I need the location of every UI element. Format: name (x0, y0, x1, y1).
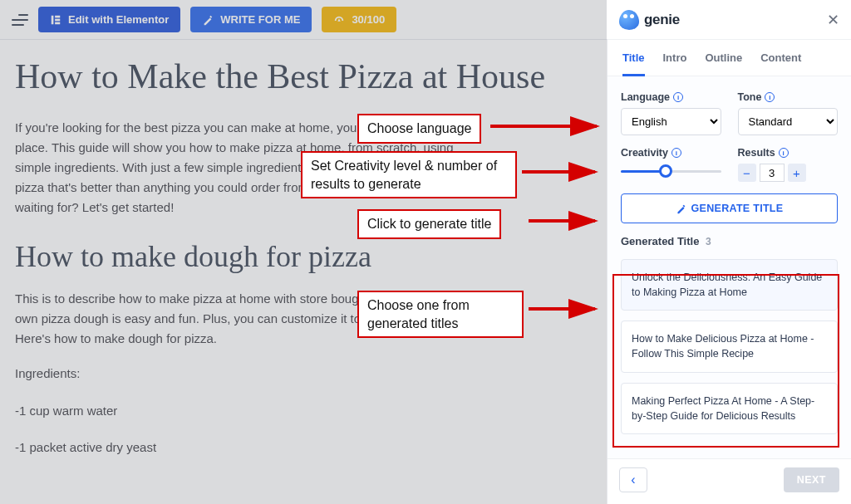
editor-area: How to Make the Best Pizza at House If y… (0, 40, 607, 504)
callout-generate: Click to generate title (357, 209, 501, 239)
info-icon[interactable]: i (765, 92, 775, 102)
results-decrement-button[interactable]: − (738, 164, 756, 182)
results-label: Results (738, 147, 775, 159)
gauge-icon (333, 14, 345, 26)
svg-rect-2 (55, 18, 60, 21)
back-button[interactable]: ‹ (619, 467, 647, 492)
elementor-icon (50, 14, 61, 26)
genie-panel: genie ✕ Title Intro Outline Content Lang… (607, 40, 851, 504)
paragraph[interactable]: -1 cup warm water (15, 399, 480, 423)
magic-wand-icon (202, 14, 214, 26)
svg-rect-0 (52, 15, 54, 24)
magic-wand-icon (676, 203, 686, 214)
menu-icon[interactable] (12, 14, 28, 26)
edit-elementor-label: Edit with Elementor (68, 13, 169, 26)
info-icon[interactable]: i (671, 148, 681, 158)
genie-logo-icon (619, 10, 639, 30)
tab-intro[interactable]: Intro (663, 51, 687, 76)
callout-creativity: Set Creativity level & number of results… (301, 151, 517, 198)
svg-rect-3 (55, 22, 60, 24)
subheading[interactable]: How to make dough for pizza (15, 239, 590, 274)
paragraph[interactable]: -1 packet active dry yeast (15, 436, 480, 460)
tab-title[interactable]: Title (622, 51, 645, 76)
creativity-label: Creativity (621, 147, 668, 159)
close-icon[interactable]: ✕ (827, 11, 839, 29)
generated-title-item[interactable]: Unlock the Deliciousness: An Easy Guide … (621, 259, 838, 311)
score-label: 30/100 (352, 13, 385, 26)
generated-title-count: 3 (706, 236, 711, 247)
post-title[interactable]: How to Make the Best Pizza at House (15, 56, 590, 96)
generate-title-button[interactable]: GENERATE TITLE (621, 193, 838, 223)
next-button[interactable]: NEXT (784, 467, 839, 492)
language-label: Language (621, 91, 670, 103)
tone-label: Tone (738, 91, 762, 103)
callout-choose: Choose one from generated titles (357, 291, 524, 338)
info-icon[interactable]: i (779, 148, 789, 158)
write-for-me-button[interactable]: WRITE FOR ME (190, 7, 312, 32)
language-select[interactable]: English (621, 108, 721, 135)
score-button[interactable]: 30/100 (322, 7, 396, 32)
results-input[interactable] (760, 164, 785, 182)
tab-content[interactable]: Content (760, 51, 801, 76)
paragraph[interactable]: Ingredients: (15, 362, 480, 386)
creativity-slider[interactable] (621, 164, 721, 179)
info-icon[interactable]: i (673, 92, 683, 102)
tab-outline[interactable]: Outline (705, 51, 742, 76)
svg-rect-1 (55, 15, 60, 17)
write-for-me-label: WRITE FOR ME (220, 13, 300, 26)
generated-title-heading: Generated Title (621, 235, 699, 247)
generated-title-item[interactable]: How to Make Delicious Pizza at Home - Fo… (621, 321, 838, 372)
tone-select[interactable]: Standard (738, 108, 839, 135)
callout-language: Choose language (357, 114, 481, 144)
results-increment-button[interactable]: + (788, 164, 806, 182)
generated-title-item[interactable]: Making Perfect Pizza At Home - A Step-by… (621, 383, 838, 434)
brand-name: genie (644, 12, 680, 28)
edit-elementor-button[interactable]: Edit with Elementor (38, 7, 180, 32)
